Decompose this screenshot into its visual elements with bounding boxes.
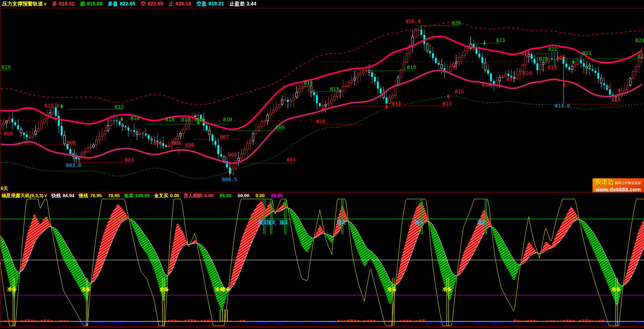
dropdown-arrow-icon[interactable]: ∨ — [44, 1, 47, 7]
watermark: 股道边指标公式量化资源 www.de6688.com — [593, 178, 644, 192]
prepare-signal-label: 准备 — [81, 287, 91, 292]
prepare-signal-label: 准备 — [221, 287, 231, 292]
price-flag-label: 819 — [1, 64, 11, 70]
dropdown-arrow-icon[interactable]: ∨ — [44, 193, 47, 198]
top-signal-label: 顶天 — [267, 220, 276, 225]
indbar-field-9: 20.00 — [269, 193, 283, 198]
price-flag-label: 816 — [304, 80, 313, 86]
price-flag-label: 821 — [521, 50, 530, 56]
indbar-field-0: 快线84.94 — [51, 192, 75, 199]
price-flag-label: 821 — [582, 50, 591, 56]
prepare-signal-label: 准备 — [611, 287, 621, 292]
price-flag-label: 810 — [181, 117, 190, 122]
topbar-field-0: 多818.52 — [52, 1, 75, 7]
topbar-field-4: 止826.10 — [169, 1, 191, 7]
price-flag-label: 819 — [548, 64, 557, 70]
oscillator-panel: 顶天顶天顶天顶天顶天顶天准备准备准备准备准备准备准备准备 — [0, 199, 644, 326]
top-toolbar-fields: 多818.52损815.08多盈822.65空822.65止826.10空盈81… — [47, 1, 256, 7]
sell-arrow-icon — [483, 43, 486, 45]
price-flag-label: 813 — [392, 101, 401, 106]
main-indicator-title[interactable]: 压力支撑预警轨道 — [2, 1, 43, 7]
oscillator-toolbar: 福星泄露天机(9,3,3) ∨ 快线84.94慢线78.9578.95短卖100… — [0, 192, 644, 199]
price-flag-label: 826 — [452, 20, 461, 26]
indbar-field-5: 贵人相助0.00 — [183, 192, 213, 199]
sell-arrow-icon — [60, 106, 63, 109]
price-flag-label: 813 — [442, 101, 451, 106]
price-flag-label: 803.0 — [66, 162, 81, 168]
ding-tian-labels: 顶天顶天顶天顶天顶天顶天 — [258, 220, 487, 225]
price-flag-label: 810 — [131, 115, 140, 121]
price-flag-label: 822 — [548, 46, 557, 52]
indbar-field-3: 短卖100.00 — [124, 192, 150, 199]
upper-inner-band-core — [1, 36, 642, 129]
price-flag-label: 803 — [125, 157, 134, 163]
price-flag-label: 817 — [506, 77, 515, 82]
price-panel: 819826.082682382382182282082082182181981… — [0, 19, 644, 182]
topbar-field-5: 空盈819.21 — [197, 1, 224, 7]
lower-inner-band-core — [1, 70, 642, 163]
lower-outer-band — [1, 96, 642, 179]
price-flag-label: 818 — [523, 70, 532, 76]
price-flag-label: 804 — [228, 152, 237, 158]
price-flag-label: 813.0 — [555, 103, 570, 109]
price-flag-label: 810 — [196, 117, 205, 122]
indbar-field-1: 慢线78.95 — [79, 192, 102, 199]
chart-canvas[interactable]: 819826.082682382382182282082082182181981… — [0, 0, 644, 329]
indbar-field-4: 金叉买0.00 — [154, 192, 179, 199]
indbar-field-8: 0.00 — [254, 193, 265, 198]
price-flag-label: 810 — [316, 118, 325, 124]
price-flag-label: 821 — [637, 53, 644, 59]
price-flag-label: 810 — [165, 117, 174, 122]
prepare-signal-label: 准备 — [159, 287, 169, 292]
price-flag-label: 800.5 — [222, 176, 237, 182]
price-flag-label: 815 — [455, 89, 464, 94]
price-flag-label: 803 — [286, 157, 296, 163]
price-flag-label: 808 — [172, 140, 181, 146]
trading-app: 819826.082682382382182282082082182181981… — [0, 0, 644, 329]
price-flag-label: 826.0 — [405, 19, 421, 24]
top-signal-label: 顶天 — [477, 220, 487, 225]
watermark-tagline: 指标公式量化资源 — [615, 181, 641, 185]
oscillator-title[interactable]: 福星泄露天机(9,3,3) — [1, 192, 44, 199]
top-toolbar: 压力支撑预警轨道 ∨ 多818.52损815.08多盈822.65空822.65… — [0, 0, 644, 8]
price-flag-label: 812 — [115, 104, 124, 110]
price-flag-label: 815 — [330, 86, 339, 92]
signal-arrows — [60, 41, 621, 153]
price-flag-label: 820 — [556, 55, 565, 61]
topbar-field-6: 止盈差3.44 — [230, 1, 256, 7]
price-flag-label: 820 — [539, 56, 548, 62]
prepare-signal-label: 准备 — [7, 287, 17, 292]
price-flag-label: 819 — [407, 64, 416, 70]
price-flag-label: 807 — [220, 134, 229, 140]
buy-arrow-icon — [447, 94, 450, 97]
price-flag-label: 806 — [185, 142, 194, 148]
prepare-signal-label: 准备 — [387, 287, 397, 292]
topbar-field-1: 损815.08 — [80, 1, 103, 7]
price-flag-label: 810 — [223, 117, 232, 122]
oscillator-toolbar-fields: 快线84.94慢线78.9578.95短卖100.00金叉买0.00贵人相助0.… — [47, 192, 283, 199]
candles — [0, 25, 643, 176]
price-flag-label: 823 — [635, 37, 644, 43]
sell-arrow-icon — [572, 62, 575, 64]
watermark-brand: 股道边 — [596, 179, 614, 186]
indbar-field-6: 85.00 — [218, 193, 232, 198]
top-signal-label: 顶天 — [414, 220, 424, 225]
price-flag-label: 808 — [4, 131, 13, 137]
price-flag-label: 806 — [153, 140, 162, 146]
price-flag-label: 823 — [496, 37, 505, 43]
indbar-field-7: 50.00 — [236, 193, 249, 198]
zhun-bei-labels: 准备准备准备准备准备准备准备准备 — [7, 287, 621, 292]
indbar-field-2: 78.95 — [106, 193, 120, 198]
topbar-field-3: 空822.65 — [141, 1, 163, 7]
top-signal-label: 顶天 — [337, 220, 346, 225]
watermark-url: www.de6688.com — [593, 187, 644, 192]
sell-arrow-icon — [588, 65, 591, 68]
price-flag-label: 806 — [67, 140, 76, 146]
topbar-field-2: 多盈822.65 — [108, 1, 135, 7]
price-flag-label: 809 — [276, 125, 285, 130]
price-flag-label: 813 — [611, 97, 620, 103]
upper-inner-band — [1, 36, 642, 129]
buy-arrow-icon — [322, 107, 325, 110]
upper-outer-band — [1, 23, 642, 105]
lower-inner-band — [1, 70, 642, 163]
